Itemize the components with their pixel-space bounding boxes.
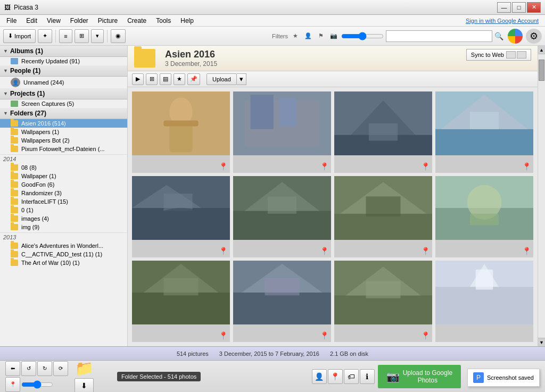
search-input[interactable] bbox=[386, 30, 492, 42]
location-button[interactable]: 📍 bbox=[5, 377, 20, 392]
menu-file[interactable]: File bbox=[2, 16, 21, 26]
menu-view[interactable]: View bbox=[43, 16, 65, 26]
pin-icon: 📌 bbox=[190, 76, 197, 82]
camera-filter-icon[interactable]: 📷 bbox=[328, 31, 339, 41]
app-title: Picasa 3 bbox=[14, 4, 38, 11]
sidebar-item-wallpapers-bot[interactable]: Wallpapers Bot (2) bbox=[0, 136, 127, 145]
projects-label: Projects (1) bbox=[10, 90, 45, 97]
nav-redo-button[interactable]: ↻ bbox=[37, 361, 52, 376]
svg-rect-15 bbox=[470, 112, 499, 129]
sidebar-section-folders[interactable]: ▼ Folders (27) bbox=[0, 108, 127, 119]
face-filter-icon[interactable]: 👤 bbox=[303, 31, 313, 41]
sidebar-item-intellifaceLIFT[interactable]: InterfaceLIFT (15) bbox=[0, 197, 127, 206]
sidebar-item-0[interactable]: 0 (1) bbox=[0, 206, 127, 214]
photo-thumb-3[interactable]: 📍 bbox=[334, 91, 432, 173]
photo-thumb-11[interactable]: 📍 bbox=[334, 261, 432, 342]
upload-dropdown-button[interactable]: ▾ bbox=[237, 73, 246, 85]
close-button[interactable]: ✕ bbox=[527, 2, 541, 13]
photo-thumb-1[interactable]: 📍 bbox=[132, 91, 230, 173]
photo-pin-8: 📍 bbox=[522, 247, 531, 255]
info-bottom-button[interactable]: ℹ bbox=[360, 369, 375, 384]
folder-icon bbox=[11, 207, 18, 213]
upload-google-photos-button[interactable]: 📷 Upload to Google Photos bbox=[378, 365, 461, 388]
sidebar-item-unnamed[interactable]: 👤 Unnamed (244) bbox=[0, 77, 127, 88]
photo-thumb-8[interactable]: 📍 bbox=[435, 176, 533, 257]
slideshow-button[interactable]: ▤ bbox=[160, 73, 171, 85]
status-disk: 2.1 GB on disk bbox=[330, 351, 368, 357]
sidebar-item-img[interactable]: img (9) bbox=[0, 223, 127, 231]
sidebar-item-images[interactable]: images (4) bbox=[0, 214, 127, 223]
sidebar-item-alice[interactable]: Alice's Adventures in Wonderl... bbox=[0, 241, 127, 250]
nav-undo-button[interactable]: ↺ bbox=[21, 361, 36, 376]
sidebar-item-wallpaper[interactable]: Wallpaper (1) bbox=[0, 172, 127, 180]
menu-folder[interactable]: Folder bbox=[66, 16, 93, 26]
minimize-button[interactable]: — bbox=[497, 2, 511, 13]
flag-filter-icon[interactable]: ⚑ bbox=[316, 31, 326, 41]
photo-thumb-12[interactable] bbox=[435, 261, 533, 342]
photo-thumb-9[interactable]: 📍 bbox=[132, 261, 230, 342]
photo-thumb-4[interactable]: 📍 bbox=[435, 91, 533, 173]
folder-icon bbox=[11, 129, 18, 135]
sync-to-web-button[interactable]: Sync to Web bbox=[466, 49, 531, 61]
scroll-up-button[interactable]: ▲ bbox=[538, 46, 545, 54]
photo-thumb-5[interactable]: 📍 bbox=[132, 176, 230, 257]
tag-bottom-button[interactable]: 🏷 bbox=[344, 369, 359, 384]
svg-rect-13 bbox=[435, 129, 533, 155]
sidebar-item-08[interactable]: 08 (8) bbox=[0, 163, 127, 172]
photo-thumb-10[interactable]: 📍 bbox=[233, 261, 331, 342]
view-dropdown-button[interactable]: ▾ bbox=[91, 29, 104, 43]
photo-image-4 bbox=[435, 91, 533, 155]
import-button[interactable]: ⬇ Import bbox=[3, 29, 36, 43]
scroll-thumb[interactable] bbox=[539, 60, 544, 81]
search-icon[interactable]: 🔍 bbox=[494, 32, 503, 40]
projects-expand-icon: ▼ bbox=[3, 91, 8, 96]
sidebar-item-randomizer[interactable]: Randomizer (3) bbox=[0, 189, 127, 197]
sync-icon-2 bbox=[517, 51, 526, 59]
people-bottom-button[interactable]: 👤 bbox=[312, 369, 327, 384]
status-bar: 514 pictures 3 December, 2015 to 7 Febru… bbox=[0, 346, 545, 360]
scroll-down-button[interactable]: ▼ bbox=[538, 338, 545, 346]
view-grid-button[interactable]: ⊞ bbox=[75, 29, 89, 43]
sidebar-item-wallpapers[interactable]: Wallpapers (1) bbox=[0, 128, 127, 136]
upload-button[interactable]: Upload bbox=[207, 73, 237, 85]
collage-button[interactable]: ⊞ bbox=[146, 73, 158, 85]
sidebar-item-asien-2016[interactable]: Asien 2016 (514) bbox=[0, 119, 127, 128]
zoom-slider[interactable] bbox=[21, 380, 53, 389]
screen-captures-label: Screen Captures (5) bbox=[21, 101, 74, 107]
play-slideshow-button[interactable]: ▶ bbox=[132, 73, 144, 85]
sidebar-section-projects[interactable]: ▼ Projects (1) bbox=[0, 88, 127, 99]
star-filter-icon[interactable]: ★ bbox=[290, 31, 301, 41]
sidebar-item-art-of-war[interactable]: The Art of War (10) (1) bbox=[0, 258, 127, 267]
content-scrollbar[interactable]: ▲ ▼ bbox=[538, 46, 545, 346]
maximize-button[interactable]: □ bbox=[512, 2, 526, 13]
pin-button[interactable]: 📌 bbox=[187, 73, 200, 85]
menu-tools[interactable]: Tools bbox=[152, 16, 175, 26]
sidebar-item-pixum[interactable]: Pixum Fotowelt_mcf-Dateien (... bbox=[0, 145, 127, 153]
menu-create[interactable]: Create bbox=[123, 16, 151, 26]
sign-in-link[interactable]: Sign in with Google Account bbox=[466, 18, 539, 24]
nav-back-button[interactable]: ⬅ bbox=[5, 361, 20, 376]
sidebar-item-goodfon[interactable]: GoodFon (6) bbox=[0, 180, 127, 189]
photo-thumb-2[interactable]: 📍 bbox=[233, 91, 331, 173]
sidebar-item-c-active[interactable]: C__ACTIVE_ADD_test (11) (1) bbox=[0, 250, 127, 258]
star-button[interactable]: ★ bbox=[174, 73, 185, 85]
svg-rect-40 bbox=[265, 278, 300, 295]
import-action-button[interactable]: ⬇ bbox=[75, 378, 94, 392]
photo-thumb-6[interactable]: 📍 bbox=[233, 176, 331, 257]
pin-bottom-button[interactable]: 📍 bbox=[328, 369, 343, 384]
menu-edit[interactable]: Edit bbox=[22, 16, 42, 26]
nav-refresh-button[interactable]: ⟳ bbox=[53, 361, 68, 376]
photo-thumb-7[interactable]: 📍 bbox=[334, 176, 432, 257]
sidebar-section-albums[interactable]: ▼ Albums (1) bbox=[0, 46, 127, 57]
menu-help[interactable]: Help bbox=[176, 16, 198, 26]
view-list-button[interactable]: ≡ bbox=[59, 29, 72, 43]
content-header: Asien 2016 3 December, 2015 Sync to Web bbox=[128, 46, 538, 71]
filter-slider[interactable] bbox=[341, 32, 384, 40]
sidebar-item-recently-updated[interactable]: Recently Updated (91) bbox=[0, 57, 127, 65]
sidebar-section-people[interactable]: ▼ People (1) bbox=[0, 65, 127, 77]
sidebar-item-screen-captures[interactable]: Screen Captures (5) bbox=[0, 99, 127, 108]
menu-picture[interactable]: Picture bbox=[94, 16, 122, 26]
nav-button[interactable]: ◉ bbox=[111, 29, 126, 43]
toggle-button[interactable]: ✦ bbox=[38, 29, 52, 43]
recently-updated-label: Recently Updated (91) bbox=[21, 58, 80, 64]
